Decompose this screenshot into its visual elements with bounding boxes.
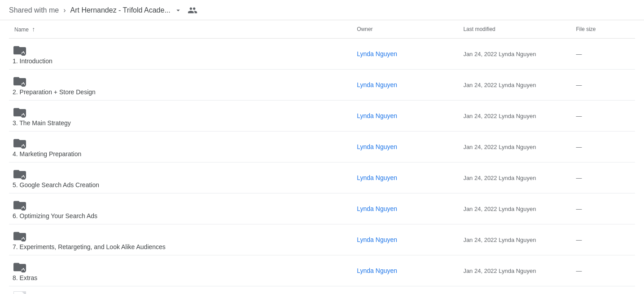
folder-icon — [13, 136, 27, 150]
modified-cell: Jan 24, 2022 Lynda Nguyen — [460, 101, 572, 132]
table-row[interactable]: 8. ExtrasLynda NguyenJan 24, 2022 Lynda … — [9, 255, 635, 286]
table-row[interactable]: 3. The Main StrategyLynda NguyenJan 24, … — [9, 101, 635, 132]
filesize-cell: — — [572, 255, 635, 286]
owner-link[interactable]: Lynda Nguyen — [357, 174, 397, 181]
file-table-container: Name ↑ Owner Last modified File size 1. … — [0, 20, 644, 294]
breadcrumb-separator: › — [63, 6, 66, 14]
filesize-cell: — — [572, 224, 635, 255]
table-row[interactable]: 5. Google Search Ads CreationLynda Nguye… — [9, 162, 635, 193]
filesize-cell: — — [572, 132, 635, 162]
owner-cell[interactable]: Lynda Nguyen — [353, 286, 460, 294]
table-row[interactable]: 1. IntroductionLynda NguyenJan 24, 2022 … — [9, 39, 635, 70]
file-icon — [13, 291, 27, 294]
owner-cell[interactable]: Lynda Nguyen — [353, 101, 460, 132]
filesize-cell: — — [572, 101, 635, 132]
owner-link[interactable]: Lynda Nguyen — [357, 205, 397, 212]
owner-link[interactable]: Lynda Nguyen — [357, 143, 397, 150]
modified-cell: Jan 24, 2022 Lynda Nguyen — [460, 255, 572, 286]
modified-cell: Feb 18, 2020 Lynda Nguyen — [460, 286, 572, 294]
owner-link[interactable]: Lynda Nguyen — [357, 81, 397, 88]
svg-point-15 — [23, 268, 24, 269]
sort-asc-icon: ↑ — [32, 26, 35, 33]
filesize-cell: — — [572, 193, 635, 224]
table-header-row: Name ↑ Owner Last modified File size — [9, 20, 635, 39]
table-row[interactable]: 2. Preparation + Store DesignLynda Nguye… — [9, 70, 635, 101]
owner-link[interactable]: Lynda Nguyen — [357, 267, 397, 274]
svg-point-9 — [23, 175, 24, 176]
filesize-cell: — — [572, 162, 635, 193]
owner-link[interactable]: Lynda Nguyen — [357, 236, 397, 243]
folder-icon — [13, 74, 27, 88]
people-manage-icon[interactable] — [188, 5, 197, 15]
svg-point-1 — [23, 51, 24, 52]
file-name: 1. Introduction — [13, 57, 53, 65]
owner-cell[interactable]: Lynda Nguyen — [353, 39, 460, 70]
column-header-owner[interactable]: Owner — [353, 20, 460, 39]
owner-cell[interactable]: Lynda Nguyen — [353, 224, 460, 255]
file-table: Name ↑ Owner Last modified File size 1. … — [9, 20, 635, 294]
filesize-cell: — — [572, 39, 635, 70]
file-name: 8. Extras — [13, 274, 37, 281]
column-header-name[interactable]: Name ↑ — [9, 20, 353, 39]
file-name: 6. Optimizing Your Search Ads — [13, 212, 97, 219]
modified-cell: Jan 24, 2022 Lynda Nguyen — [460, 224, 572, 255]
filesize-cell: — — [572, 70, 635, 101]
modified-cell: Jan 24, 2022 Lynda Nguyen — [460, 193, 572, 224]
folder-icon — [13, 260, 27, 274]
modified-cell: Jan 24, 2022 Lynda Nguyen — [460, 70, 572, 101]
folder-icon — [13, 167, 27, 181]
modified-cell: Jan 24, 2022 Lynda Nguyen — [460, 39, 572, 70]
file-name: 4. Marketing Preparation — [13, 150, 81, 158]
column-header-file-size[interactable]: File size — [572, 20, 635, 39]
owner-cell[interactable]: Lynda Nguyen — [353, 193, 460, 224]
filesize-cell: 320 KB — [572, 286, 635, 294]
file-name: 5. Google Search Ads Creation — [13, 181, 99, 189]
owner-link[interactable]: Lynda Nguyen — [357, 112, 397, 119]
file-name: 3. The Main Strategy — [13, 119, 71, 127]
chevron-down-icon[interactable] — [174, 6, 182, 14]
owner-cell[interactable]: Lynda Nguyen — [353, 132, 460, 162]
breadcrumb-current: Art Hernandez - Trifold Acade... — [70, 6, 171, 14]
table-row[interactable]: 4. Marketing PreparationLynda NguyenJan … — [9, 132, 635, 162]
folder-icon — [13, 105, 27, 119]
modified-cell: Jan 24, 2022 Lynda Nguyen — [460, 132, 572, 162]
breadcrumb-header: Shared with me › Art Hernandez - Trifold… — [0, 0, 644, 20]
owner-cell[interactable]: Lynda Nguyen — [353, 70, 460, 101]
svg-point-7 — [23, 144, 24, 145]
owner-cell[interactable]: Lynda Nguyen — [353, 255, 460, 286]
folder-icon — [13, 43, 27, 57]
breadcrumb-root[interactable]: Shared with me — [9, 6, 59, 14]
file-name: 7. Experiments, Retargeting, and Look Al… — [13, 243, 166, 250]
svg-point-13 — [23, 237, 24, 238]
owner-cell[interactable]: Lynda Nguyen — [353, 162, 460, 193]
owner-link[interactable]: Lynda Nguyen — [357, 50, 397, 57]
table-row[interactable]: 6. Optimizing Your Search AdsLynda Nguye… — [9, 193, 635, 224]
svg-point-3 — [23, 82, 24, 83]
column-header-last-modified[interactable]: Last modified — [460, 20, 572, 39]
file-name: 2. Preparation + Store Design — [13, 88, 96, 96]
modified-cell: Jan 24, 2022 Lynda Nguyen — [460, 162, 572, 193]
folder-icon — [13, 198, 27, 212]
folder-icon — [13, 229, 27, 243]
table-row[interactable]: PPC Elites Academy.pngLynda NguyenFeb 18… — [9, 286, 635, 294]
svg-point-5 — [23, 113, 24, 114]
table-row[interactable]: 7. Experiments, Retargeting, and Look Al… — [9, 224, 635, 255]
svg-point-11 — [23, 206, 24, 207]
